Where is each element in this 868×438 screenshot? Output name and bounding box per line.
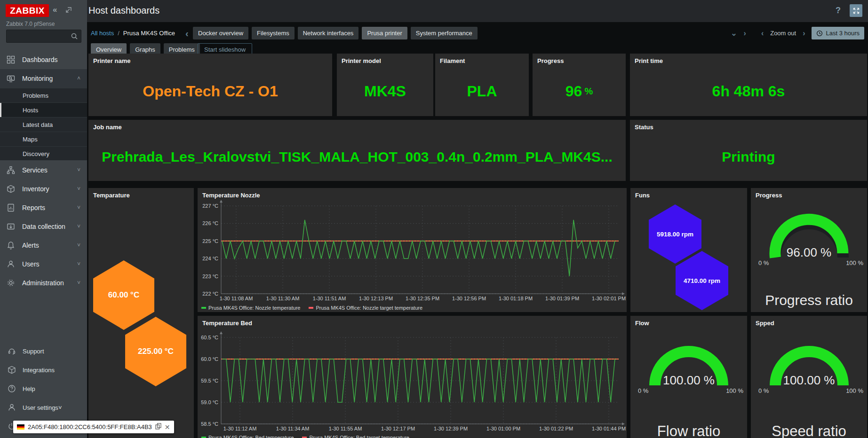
print-time-value: 6h 48m 6s [630,54,867,116]
time-controls: ⌄ › ‹ Zoom out › Last 3 hours [731,27,864,39]
sidebar-item-data-collection[interactable]: Data collection ˅ [0,217,87,236]
tab-prusa-printer[interactable]: Prusa printer [362,27,407,39]
sidebar-undock-icon[interactable] [65,6,72,16]
nozzle-temp-hexagon: 225.00 °C [125,317,186,386]
sidebar-item-maps[interactable]: Maps [0,132,87,146]
sidebar-item-users[interactable]: Users ˅ [0,255,87,274]
panel-status: Status Printing [630,120,867,181]
svg-text:59.5 °C: 59.5 °C [201,378,218,383]
sidebar-collapse-icon[interactable]: « [53,5,57,15]
close-icon[interactable]: ✕ [165,423,170,431]
sidebar-item-label: Dashboards [22,56,58,63]
sidebar-item-inventory[interactable]: Inventory ˅ [0,180,87,198]
gear-icon [7,279,15,287]
sidebar-item-latest-data[interactable]: Latest data [0,117,87,132]
tab-filesystems[interactable]: Filesystems [252,27,295,39]
panel-progress: Progress 96 % [533,54,626,116]
dashboard-tabs: Docker overview Filesystems Network inte… [193,27,478,39]
svg-text:1-30 01:44 PM: 1-30 01:44 PM [592,426,626,431]
svg-text:1-30 01:22 PM: 1-30 01:22 PM [539,426,573,431]
header-bar: Host dashboards ? [87,0,868,22]
breadcrumb-host: Prusa MK4S Office [123,30,175,37]
tab-docker-overview[interactable]: Docker overview [193,27,248,39]
search-icon[interactable] [71,32,78,42]
zoom-out-button[interactable]: Zoom out [770,30,796,37]
ip-address: 2A05:F480:1800:2CC6:5400:5FF:FE8B:A4B3 [28,423,152,430]
services-icon [7,166,15,174]
fan1-hexagon: 5918.00 rpm [649,204,701,264]
tabs-scroll-left-icon[interactable]: ‹ [185,29,189,38]
sidebar-item-administration[interactable]: Administration ˅ [0,274,87,292]
clock-icon [816,30,823,37]
flow-gauge-value: 100.00 % [630,373,747,388]
monitoring-icon [7,74,15,83]
search-input[interactable] [9,31,69,41]
sidebar-item-discovery[interactable]: Discovery [0,146,87,161]
time-forward-icon[interactable]: › [803,29,805,38]
bed-chart: 58.5 °C59.0 °C59.5 °C60.0 °C60.5 °C1-30 … [198,316,627,438]
svg-text:60.5 °C: 60.5 °C [201,335,218,340]
help-icon[interactable]: ? [836,6,841,16]
sidebar-item-monitoring[interactable]: Monitoring ˄ [0,69,87,88]
svg-text:227 °C: 227 °C [202,203,218,209]
sidebar-item-support[interactable]: Support [0,342,87,360]
panel-funs: Funs 5918.00 rpm 4710.00 rpm [630,188,747,312]
status-value: Printing [630,120,867,181]
zabbix-app: ZABBIX « Zabbix 7.0 pfSense [0,0,868,438]
svg-text:1-30 12:35 PM: 1-30 12:35 PM [406,296,439,301]
svg-text:1-30 11:30 AM: 1-30 11:30 AM [266,296,300,301]
sidebar-item-dashboards[interactable]: Dashboards [0,50,87,69]
sidebar-search[interactable] [6,30,81,43]
chevron-up-icon: ˄ [77,75,80,82]
sidebar-item-alerts[interactable]: Alerts ˅ [0,236,87,255]
sidebar-item-integrations[interactable]: Integrations [0,360,87,379]
breadcrumb: All hosts / Prusa MK4S Office ‹ [91,27,189,39]
svg-text:1-30 11:12 AM: 1-30 11:12 AM [223,426,257,431]
sidebar-item-help[interactable]: Help [0,379,87,398]
chevron-down-icon[interactable]: ⌄ [731,29,737,38]
copy-icon[interactable] [155,423,161,431]
sidebar: ZABBIX « Zabbix 7.0 pfSense [0,0,87,438]
users-icon [7,260,15,268]
panel-temparature: Temparature 60.00 °C 225.00 °C [88,188,194,438]
sidebar-item-hosts[interactable]: Hosts [0,102,87,117]
reports-icon [7,203,15,212]
sidebar-item-problems[interactable]: Problems [0,88,87,102]
svg-text:1-30 01:00 PM: 1-30 01:00 PM [486,426,520,431]
tab-system-performance[interactable]: System performance [411,27,478,39]
panel-print-time: Print time 6h 48m 6s [630,54,867,116]
chevron-down-icon: ˅ [77,223,80,230]
time-range-button[interactable]: Last 3 hours [812,27,864,39]
svg-text:1-30 11:08 AM: 1-30 11:08 AM [220,296,253,301]
fan2-hexagon: 4710.00 rpm [676,251,728,310]
panel-filament: Filament PLA [435,54,529,116]
chevron-down-icon: ˅ [77,204,80,211]
chevron-right-icon[interactable]: › [744,29,746,38]
svg-text:1-30 12:17 PM: 1-30 12:17 PM [381,426,415,431]
job-name-value: Prehrada_Les_Kralovstvi_TISK_MALA_HOT_00… [88,120,626,181]
bed-temp-hexagon: 60.00 °C [93,260,154,330]
breadcrumb-all-hosts[interactable]: All hosts [91,30,114,37]
zabbix-logo[interactable]: ZABBIX [6,4,49,17]
kiosk-mode-button[interactable] [850,4,862,17]
sidebar-item-reports[interactable]: Reports ˅ [0,198,87,217]
svg-text:223 °C: 223 °C [202,274,218,279]
tab-network-interfaces[interactable]: Network interfaces [298,27,359,39]
panel-flow-gauge: Flow 0 % 100 % 100.00 % Flow ratio [630,316,747,438]
svg-text:1-30 11:51 AM: 1-30 11:51 AM [313,296,346,301]
sidebar-item-user-settings[interactable]: User settings ˅ [0,398,87,417]
panel-temperature-nozzle: Temperature Nozzle 222 °C223 °C224 °C225… [198,188,627,312]
dashboards-icon [7,55,15,64]
svg-text:1-30 11:34 AM: 1-30 11:34 AM [276,426,310,431]
chevron-down-icon: ˅ [58,404,62,411]
sidebar-item-services[interactable]: Services ˅ [0,161,87,180]
svg-text:226 °C: 226 °C [202,220,218,226]
ip-tooltip: 2A05:F480:1800:2CC6:5400:5FF:FE8B:A4B3 ✕ [13,421,174,433]
svg-text:222 °C: 222 °C [202,291,218,297]
time-back-icon[interactable]: ‹ [761,29,764,38]
svg-text:1-30 01:18 PM: 1-30 01:18 PM [499,296,533,301]
inventory-icon [7,185,15,193]
user-icon [8,403,16,412]
speed-gauge-value: 100.00 % [751,373,867,388]
panel-progress-gauge: Progress 0 % 100 % 96.00 % Progress rati… [751,188,867,312]
